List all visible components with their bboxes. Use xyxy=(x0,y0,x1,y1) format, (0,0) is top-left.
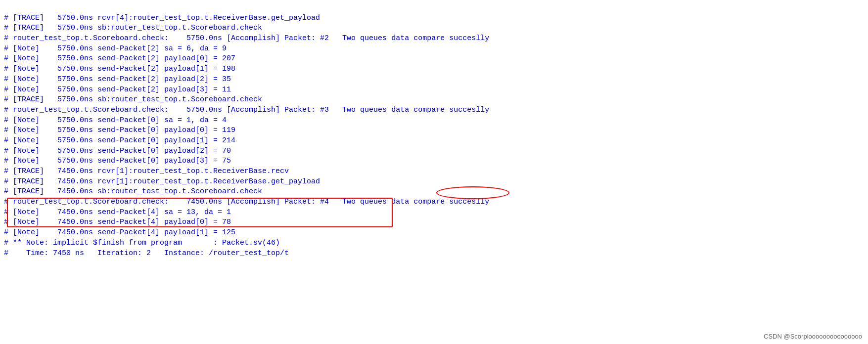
log-line: # [Note] 5750.0ns send-Packet[2] sa = 6,… xyxy=(4,44,864,54)
log-line: # [TRACE] 7450.0ns rcvr[1]:router_test_t… xyxy=(4,167,864,177)
log-line: # [Note] 5750.0ns send-Packet[0] payload… xyxy=(4,136,864,146)
log-line: # [Note] 7450.0ns send-Packet[4] payload… xyxy=(4,228,864,238)
log-line: # ** Note: implicit $finish from program… xyxy=(4,238,864,249)
log-line: # [Note] 5750.0ns send-Packet[2] payload… xyxy=(4,75,864,85)
log-line: # [Note] 5750.0ns send-Packet[2] payload… xyxy=(4,64,864,75)
log-container: # [TRACE] 5750.0ns rcvr[4]:router_test_t… xyxy=(0,0,868,261)
log-line: # [Note] 5750.0ns send-Packet[0] payload… xyxy=(4,156,864,167)
log-line: # [Note] 5750.0ns send-Packet[0] payload… xyxy=(4,126,864,136)
log-line: # [Note] 5750.0ns send-Packet[2] payload… xyxy=(4,85,864,95)
log-line: # [Note] 5750.0ns send-Packet[0] sa = 1,… xyxy=(4,116,864,126)
log-line: # Time: 7450 ns Iteration: 2 Instance: /… xyxy=(4,249,864,259)
log-line: # [Note] 5750.0ns send-Packet[2] payload… xyxy=(4,54,864,64)
log-line: # router_test_top.t.Scoreboard.check: 57… xyxy=(4,34,864,44)
log-line: # [TRACE] 5750.0ns rcvr[4]:router_test_t… xyxy=(4,13,864,24)
log-line: # [Note] 5750.0ns send-Packet[0] payload… xyxy=(4,146,864,157)
log-line: # [TRACE] 7450.0ns rcvr[1]:router_test_t… xyxy=(4,177,864,187)
log-line: # [TRACE] 5750.0ns sb:router_test_top.t.… xyxy=(4,23,864,34)
log-line: # [Note] 7450.0ns send-Packet[4] payload… xyxy=(4,217,864,228)
log-line: # [TRACE] 5750.0ns sb:router_test_top.t.… xyxy=(4,95,864,105)
log-line: # router_test_top.t.Scoreboard.check: 74… xyxy=(4,197,864,208)
log-line: # [TRACE] 7450.0ns sb:router_test_top.t.… xyxy=(4,187,864,197)
watermark-text: CSDN @Scorpiooooooooooooooo xyxy=(764,333,862,340)
log-line: # router_test_top.t.Scoreboard.check: 57… xyxy=(4,105,864,116)
log-line: # [Note] 7450.0ns send-Packet[4] sa = 13… xyxy=(4,208,864,218)
